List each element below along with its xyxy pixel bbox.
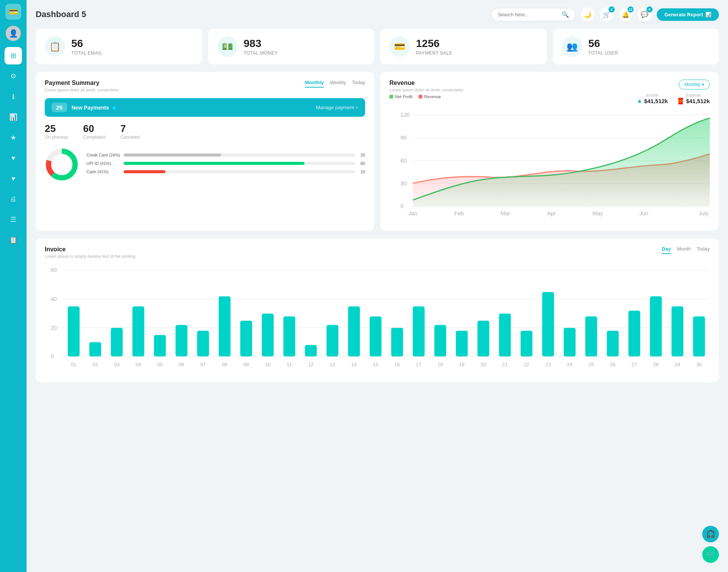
invoice-tabs: Day Month Today <box>662 246 710 254</box>
canceled-label: Canceled <box>120 135 140 140</box>
invoice-bar <box>348 306 360 356</box>
bar-label-upi: UPI ID (41%) <box>86 161 121 166</box>
invoice-bar <box>650 296 662 356</box>
legend-dot-revenue <box>419 95 422 99</box>
new-payments-row: 25 New Payments Manage payment > <box>45 98 365 117</box>
revenue-card: Revenue Lorem ipsum dolor sit amet, cons… <box>380 72 719 231</box>
invoice-bar <box>434 325 446 356</box>
invoice-x-label: 09 <box>243 361 249 367</box>
revenue-legend: Net Profit Revenue <box>389 94 464 99</box>
cart-float-button[interactable]: 🛒 <box>702 546 719 563</box>
invoice-bar <box>391 328 403 356</box>
invoice-x-label: 24 <box>567 361 572 367</box>
invoice-bar <box>283 316 295 356</box>
mid-row: Payment Summary Lorem ipsum dolor sit am… <box>36 72 719 231</box>
payment-stats-nums: 25 On process 60 Completed 7 Canceled <box>45 123 365 140</box>
search-icon[interactable]: 🔍 <box>562 11 569 18</box>
invoice-tab-today[interactable]: Today <box>697 246 710 254</box>
invoice-x-label: 18 <box>438 361 443 367</box>
float-buttons: 🎧 🛒 <box>702 526 719 563</box>
invoice-x-label: 08 <box>222 361 227 367</box>
sidebar-item-menu[interactable]: ☰ <box>5 211 22 228</box>
svg-text:60: 60 <box>400 158 406 164</box>
svg-text:July: July <box>699 210 709 216</box>
invoice-x-label: 13 <box>330 361 335 367</box>
invoice-tab-day[interactable]: Day <box>662 246 671 254</box>
legend-revenue: Revenue <box>419 94 441 99</box>
generate-report-button[interactable]: Generate Report 📊 <box>657 8 719 21</box>
bar-val-cash: 10 <box>358 169 365 174</box>
invoice-x-label: 19 <box>459 361 464 367</box>
sidebar-item-settings[interactable]: ⚙ <box>5 67 22 85</box>
sidebar-logo: 💳 <box>5 4 21 20</box>
revenue-monthly-dropdown[interactable]: Monthly ▾ <box>679 80 710 89</box>
payment-summary-header: Payment Summary Lorem ipsum dolor sit am… <box>45 80 365 92</box>
cart-icon: 🛒 <box>603 11 610 18</box>
bar-val-cc: 25 <box>358 153 365 157</box>
canceled-stat: 7 Canceled <box>120 123 140 140</box>
on-process-num: 25 <box>45 123 68 135</box>
income-label: Income <box>637 93 668 97</box>
sidebar-item-heart2[interactable]: ♥ <box>5 170 22 187</box>
new-payments-left: 25 New Payments <box>52 103 116 112</box>
new-payments-count: 25 <box>52 103 67 112</box>
sidebar-item-star[interactable]: ★ <box>5 129 22 146</box>
invoice-bar <box>585 316 597 356</box>
bar-track-cash <box>124 170 355 173</box>
revenue-title-group: Revenue Lorem ipsum dolor sit amet, cons… <box>389 80 464 99</box>
tab-monthly[interactable]: Monthly <box>305 80 324 88</box>
stat-num-email: 56 <box>71 38 102 50</box>
invoice-tab-month[interactable]: Month <box>677 246 690 254</box>
invoice-bar <box>607 331 618 356</box>
chat-button[interactable]: 💬 5 <box>638 8 651 21</box>
stat-label-user: TOTAL USER <box>588 50 618 56</box>
revenue-chart: 120 90 60 30 0 <box>389 111 710 222</box>
invoice-bars-group <box>68 292 705 356</box>
expense-label: Expense <box>677 93 710 97</box>
invoice-x-label: 14 <box>351 361 357 367</box>
tab-weekly[interactable]: Weekly <box>330 80 346 88</box>
income-value: $41,512k <box>644 98 668 104</box>
stat-info-payment: 1256 PAYMENT SALE <box>416 38 452 56</box>
completed-num: 60 <box>83 123 105 135</box>
sidebar-item-list[interactable]: 📋 <box>5 231 22 249</box>
sidebar-item-info[interactable]: ℹ <box>5 88 22 105</box>
payment-icon: 💳 <box>389 36 410 57</box>
invoice-bar <box>672 306 683 356</box>
stat-label-email: TOTAL EMAIL <box>71 50 102 56</box>
payment-summary-subtitle: Lorem ipsum dolor sit amet, consectetur <box>45 88 119 92</box>
invoice-bar <box>240 321 252 356</box>
dark-mode-button[interactable]: 🌙 <box>581 8 595 21</box>
invoice-x-label: 07 <box>200 361 206 367</box>
stat-num-money: 983 <box>244 38 278 50</box>
invoice-x-label: 29 <box>675 361 680 367</box>
invoice-card: Invoice Lorem Ipsum is simply dummy text… <box>36 238 719 382</box>
sidebar-item-dashboard[interactable]: ⊞ <box>5 47 22 64</box>
completed-label: Completed <box>83 135 105 140</box>
bar-cash: Cash (41%) 10 <box>86 169 365 174</box>
svg-text:0: 0 <box>51 353 54 359</box>
sidebar-item-heart[interactable]: ♥ <box>5 149 22 167</box>
bar-track-upi <box>124 162 355 165</box>
donut-chart <box>45 147 79 183</box>
bell-badge: 12 <box>628 6 634 13</box>
search-input[interactable] <box>498 12 559 17</box>
svg-text:40: 40 <box>51 296 57 302</box>
sidebar-item-print[interactable]: 🖨 <box>5 190 22 208</box>
user-icon: 👥 <box>562 36 582 57</box>
stat-card-money: 💵 983 TOTAL MONEY <box>208 29 375 64</box>
on-process-label: On process <box>45 135 68 140</box>
payment-summary-title: Payment Summary <box>45 80 119 86</box>
invoice-x-label: 06 <box>179 361 184 367</box>
tab-today[interactable]: Today <box>352 80 365 88</box>
invoice-x-label: 04 <box>136 361 141 367</box>
manage-payment-link[interactable]: Manage payment > <box>316 105 358 110</box>
bell-button[interactable]: 🔔 12 <box>619 8 632 21</box>
main-content: Dashboard 5 🔍 🌙 🛒 2 🔔 12 💬 5 Gen <box>27 0 728 572</box>
invoice-x-label: 22 <box>524 361 529 367</box>
sidebar-item-analytics[interactable]: 📊 <box>5 108 22 126</box>
support-float-button[interactable]: 🎧 <box>702 526 719 542</box>
bar-label-cc: Credit Card (24%) <box>86 153 121 157</box>
income-arrow-icon: ▲ <box>637 97 643 104</box>
cart-button[interactable]: 🛒 2 <box>600 8 613 21</box>
